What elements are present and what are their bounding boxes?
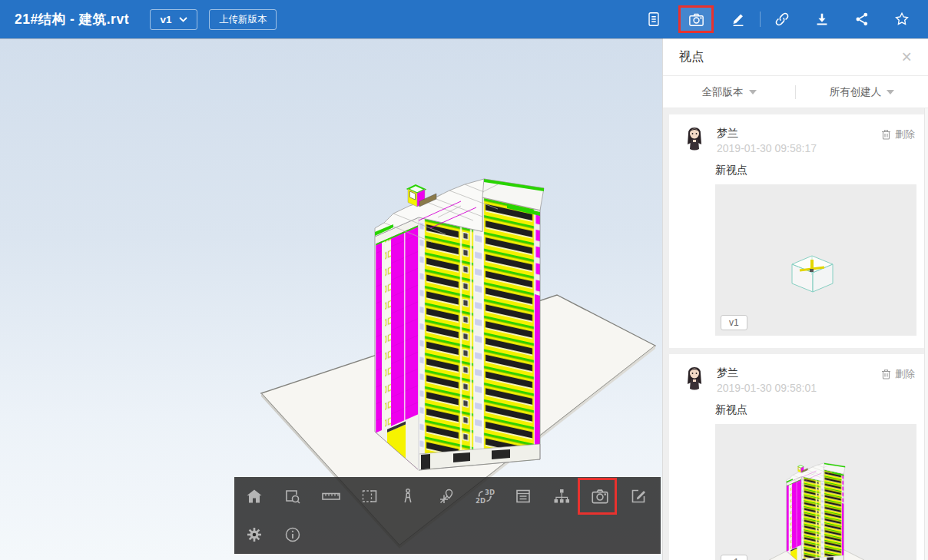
panel-header: 视点 × bbox=[663, 38, 928, 76]
star-icon[interactable] bbox=[885, 3, 919, 35]
version-tag: v1 bbox=[721, 555, 747, 560]
version-tag: v1 bbox=[721, 315, 747, 330]
creator-filter[interactable]: 所有创建人 bbox=[796, 85, 928, 99]
viewer-toolbar: 3D 2D bbox=[234, 477, 661, 554]
thumbnail-building bbox=[715, 424, 916, 560]
share-icon[interactable] bbox=[845, 3, 879, 35]
chevron-down-icon bbox=[179, 17, 187, 22]
viewpoint-card-body: 新视点 v1 bbox=[669, 156, 924, 348]
link-icon[interactable] bbox=[765, 3, 799, 35]
document-title: 21#结构 - 建筑.rvt bbox=[15, 10, 129, 28]
viewpoint-thumbnail[interactable]: v1 bbox=[715, 424, 916, 560]
upload-new-version-button[interactable]: 上传新版本 bbox=[209, 9, 277, 30]
settings-icon[interactable] bbox=[235, 515, 273, 554]
viewpoint-author: 梦兰 bbox=[717, 126, 817, 141]
svg-text:3D: 3D bbox=[485, 489, 495, 496]
viewpoint-meta: 梦兰 2019-01-30 09:58:01 bbox=[717, 366, 817, 396]
viewpoint-card-header: 梦兰 2019-01-30 09:58:01 删除 bbox=[669, 354, 924, 396]
avatar bbox=[685, 366, 704, 394]
caret-down-icon bbox=[887, 90, 894, 94]
viewpoint-thumbnail[interactable]: v1 bbox=[715, 184, 916, 336]
viewpoint-meta: 梦兰 2019-01-30 09:58:17 bbox=[717, 126, 817, 156]
viewpoint-timestamp: 2019-01-30 09:58:01 bbox=[717, 380, 817, 396]
delete-button[interactable]: 删除 bbox=[881, 366, 915, 381]
minimap-icon[interactable] bbox=[427, 477, 466, 515]
walk-icon[interactable] bbox=[389, 477, 427, 515]
topbar-actions bbox=[634, 3, 928, 35]
edit-icon[interactable] bbox=[721, 3, 755, 35]
viewpoint-panel: 视点 × 全部版本 所有创建人 bbox=[662, 38, 928, 560]
viewpoint-card-body: 新视点 v1 bbox=[669, 396, 924, 560]
delete-button[interactable]: 删除 bbox=[881, 126, 915, 141]
trash-icon bbox=[881, 129, 891, 140]
properties-icon[interactable] bbox=[504, 477, 542, 515]
panel-filters: 全部版本 所有创建人 bbox=[663, 76, 928, 108]
viewpoint-card-header: 梦兰 2019-01-30 09:58:17 删除 bbox=[669, 114, 924, 156]
viewpoint-name: 新视点 bbox=[715, 164, 916, 177]
home-icon[interactable] bbox=[235, 477, 273, 515]
viewpoint-card[interactable]: 梦兰 2019-01-30 09:58:01 删除 新视点 bbox=[669, 354, 924, 560]
building-model bbox=[375, 164, 544, 505]
delete-label: 删除 bbox=[895, 367, 915, 381]
version-dropdown[interactable]: v1 bbox=[150, 9, 197, 30]
toolbar-row-2 bbox=[234, 515, 661, 554]
viewer-canvas[interactable]: 3D 2D bbox=[0, 38, 662, 560]
toolbar-row-1: 3D 2D bbox=[234, 477, 661, 515]
markup-icon[interactable] bbox=[619, 477, 658, 515]
version-label: v1 bbox=[160, 14, 171, 25]
trash-icon bbox=[881, 369, 891, 379]
version-filter-label: 全部版本 bbox=[702, 85, 744, 99]
thumbnail-wirebox bbox=[715, 184, 916, 336]
topbar-divider bbox=[760, 12, 761, 27]
camera-icon[interactable] bbox=[581, 477, 619, 515]
top-bar: 21#结构 - 建筑.rvt v1 上传新版本 bbox=[0, 0, 928, 38]
download-icon[interactable] bbox=[805, 3, 839, 35]
version-filter[interactable]: 全部版本 bbox=[663, 85, 795, 99]
document-icon[interactable] bbox=[637, 3, 671, 35]
viewpoint-author: 梦兰 bbox=[717, 366, 817, 380]
close-icon[interactable]: × bbox=[902, 48, 912, 66]
scrollbar[interactable] bbox=[924, 108, 928, 560]
panel-title: 视点 bbox=[679, 49, 704, 65]
camera-icon[interactable] bbox=[678, 5, 714, 33]
info-icon[interactable] bbox=[273, 515, 312, 554]
section-icon[interactable] bbox=[350, 477, 389, 515]
viewpoint-list: 梦兰 2019-01-30 09:58:17 删除 新视点 bbox=[663, 108, 928, 560]
app: 21#结构 - 建筑.rvt v1 上传新版本 bbox=[0, 0, 928, 560]
model-tree-icon[interactable] bbox=[542, 477, 581, 515]
viewpoint-timestamp: 2019-01-30 09:58:17 bbox=[717, 141, 817, 156]
delete-label: 删除 bbox=[895, 128, 915, 141]
avatar bbox=[685, 126, 704, 154]
caret-down-icon bbox=[749, 90, 757, 94]
zoom-window-icon[interactable] bbox=[273, 477, 312, 515]
viewpoint-card[interactable]: 梦兰 2019-01-30 09:58:17 删除 新视点 bbox=[669, 114, 924, 348]
measure-icon[interactable] bbox=[312, 477, 350, 515]
svg-text:2D: 2D bbox=[476, 497, 486, 505]
2d3d-toggle-icon[interactable]: 3D 2D bbox=[466, 477, 504, 515]
creator-filter-label: 所有创建人 bbox=[830, 85, 882, 99]
viewpoint-name: 新视点 bbox=[715, 403, 916, 417]
